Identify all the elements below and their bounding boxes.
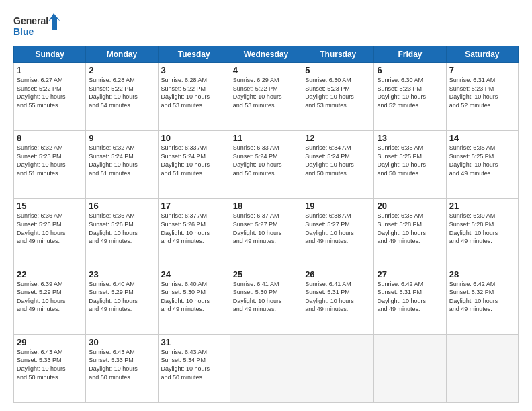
day-number: 31 [161,337,227,347]
day-info: Sunrise: 6:28 AMSunset: 5:22 PMDaylight:… [161,76,227,109]
day-number: 13 [377,133,443,143]
dow-header-tuesday: Tuesday [158,46,230,63]
day-number: 14 [449,133,515,143]
calendar-cell: 13 Sunrise: 6:35 AMSunset: 5:25 PMDaylig… [374,131,446,199]
calendar-cell: 25 Sunrise: 6:41 AMSunset: 5:30 PMDaylig… [230,267,302,334]
dow-header-friday: Friday [374,46,446,63]
day-info: Sunrise: 6:29 AMSunset: 5:22 PMDaylight:… [233,76,299,109]
calendar-cell: 4 Sunrise: 6:29 AMSunset: 5:22 PMDayligh… [230,63,302,131]
dow-header-monday: Monday [86,46,158,63]
calendar-cell: 26 Sunrise: 6:41 AMSunset: 5:31 PMDaylig… [302,267,374,334]
svg-text:General: General [13,15,48,26]
calendar-cell: 22 Sunrise: 6:39 AMSunset: 5:29 PMDaylig… [14,267,86,334]
calendar-week-4: 22 Sunrise: 6:39 AMSunset: 5:29 PMDaylig… [14,267,519,334]
day-of-week-header: SundayMondayTuesdayWednesdayThursdayFrid… [14,46,519,63]
svg-marker-2 [48,13,60,30]
calendar-cell: 7 Sunrise: 6:31 AMSunset: 5:23 PMDayligh… [446,63,518,131]
calendar-cell: 23 Sunrise: 6:40 AMSunset: 5:29 PMDaylig… [86,267,158,334]
calendar-body: 1 Sunrise: 6:27 AMSunset: 5:22 PMDayligh… [14,63,519,403]
day-info: Sunrise: 6:36 AMSunset: 5:26 PMDaylight:… [89,212,154,245]
day-number: 23 [89,269,154,279]
svg-text:Blue: Blue [13,26,34,37]
day-number: 19 [305,201,371,211]
calendar-week-1: 1 Sunrise: 6:27 AMSunset: 5:22 PMDayligh… [14,63,519,131]
day-number: 5 [305,65,371,75]
dow-header-saturday: Saturday [446,46,518,63]
day-info: Sunrise: 6:42 AMSunset: 5:32 PMDaylight:… [449,280,515,314]
day-info: Sunrise: 6:30 AMSunset: 5:23 PMDaylight:… [305,76,371,109]
day-info: Sunrise: 6:43 AMSunset: 5:33 PMDaylight:… [89,348,154,381]
calendar-cell [230,334,302,402]
day-number: 30 [89,337,154,347]
day-number: 15 [17,201,83,211]
calendar-cell: 17 Sunrise: 6:37 AMSunset: 5:26 PMDaylig… [158,199,230,267]
day-info: Sunrise: 6:43 AMSunset: 5:33 PMDaylight:… [17,348,83,381]
calendar-cell: 12 Sunrise: 6:34 AMSunset: 5:24 PMDaylig… [302,131,374,199]
day-number: 12 [305,133,371,143]
day-info: Sunrise: 6:43 AMSunset: 5:34 PMDaylight:… [161,348,227,381]
day-number: 9 [89,133,154,143]
day-info: Sunrise: 6:40 AMSunset: 5:29 PMDaylight:… [89,280,154,314]
day-number: 20 [377,201,443,211]
calendar-cell: 24 Sunrise: 6:40 AMSunset: 5:30 PMDaylig… [158,267,230,334]
day-info: Sunrise: 6:34 AMSunset: 5:24 PMDaylight:… [305,144,371,177]
calendar-cell: 6 Sunrise: 6:30 AMSunset: 5:23 PMDayligh… [374,63,446,131]
day-number: 11 [233,133,299,143]
day-number: 7 [449,65,515,75]
day-number: 16 [89,201,154,211]
day-number: 22 [17,269,83,279]
day-number: 21 [449,201,515,211]
day-info: Sunrise: 6:27 AMSunset: 5:22 PMDaylight:… [17,76,83,109]
calendar-cell: 2 Sunrise: 6:28 AMSunset: 5:22 PMDayligh… [86,63,158,131]
header: General Blue [13,11,519,40]
day-info: Sunrise: 6:31 AMSunset: 5:23 PMDaylight:… [449,76,515,109]
day-number: 8 [17,133,83,143]
dow-header-thursday: Thursday [302,46,374,63]
calendar-cell: 31 Sunrise: 6:43 AMSunset: 5:34 PMDaylig… [158,334,230,402]
calendar-cell: 10 Sunrise: 6:33 AMSunset: 5:24 PMDaylig… [158,131,230,199]
day-info: Sunrise: 6:33 AMSunset: 5:24 PMDaylight:… [233,144,299,177]
day-number: 26 [305,269,371,279]
calendar-cell: 30 Sunrise: 6:43 AMSunset: 5:33 PMDaylig… [86,334,158,402]
calendar-table: SundayMondayTuesdayWednesdayThursdayFrid… [13,46,519,403]
day-number: 3 [161,65,227,75]
calendar-cell: 9 Sunrise: 6:32 AMSunset: 5:24 PMDayligh… [86,131,158,199]
day-number: 24 [161,269,227,279]
day-number: 27 [377,269,443,279]
calendar-cell: 20 Sunrise: 6:38 AMSunset: 5:28 PMDaylig… [374,199,446,267]
calendar-cell: 27 Sunrise: 6:42 AMSunset: 5:31 PMDaylig… [374,267,446,334]
day-number: 10 [161,133,227,143]
day-info: Sunrise: 6:32 AMSunset: 5:23 PMDaylight:… [17,144,83,177]
day-info: Sunrise: 6:32 AMSunset: 5:24 PMDaylight:… [89,144,154,177]
day-info: Sunrise: 6:39 AMSunset: 5:29 PMDaylight:… [17,280,83,314]
calendar-week-5: 29 Sunrise: 6:43 AMSunset: 5:33 PMDaylig… [14,334,519,402]
calendar-cell: 8 Sunrise: 6:32 AMSunset: 5:23 PMDayligh… [14,131,86,199]
dow-header-wednesday: Wednesday [230,46,302,63]
day-number: 1 [17,65,83,75]
day-info: Sunrise: 6:30 AMSunset: 5:23 PMDaylight:… [377,76,443,109]
day-number: 25 [233,269,299,279]
calendar-week-2: 8 Sunrise: 6:32 AMSunset: 5:23 PMDayligh… [14,131,519,199]
day-number: 28 [449,269,515,279]
page: General Blue SundayMondayTuesdayWednesda… [0,0,532,411]
day-info: Sunrise: 6:41 AMSunset: 5:30 PMDaylight:… [233,280,299,314]
calendar-cell: 11 Sunrise: 6:33 AMSunset: 5:24 PMDaylig… [230,131,302,199]
day-info: Sunrise: 6:35 AMSunset: 5:25 PMDaylight:… [377,144,443,177]
day-info: Sunrise: 6:39 AMSunset: 5:28 PMDaylight:… [449,212,515,245]
calendar-cell: 28 Sunrise: 6:42 AMSunset: 5:32 PMDaylig… [446,267,518,334]
logo: General Blue [13,11,60,40]
calendar-cell: 15 Sunrise: 6:36 AMSunset: 5:26 PMDaylig… [14,199,86,267]
day-number: 2 [89,65,154,75]
day-info: Sunrise: 6:41 AMSunset: 5:31 PMDaylight:… [305,280,371,314]
day-number: 29 [17,337,83,347]
calendar-cell [446,334,518,402]
day-info: Sunrise: 6:33 AMSunset: 5:24 PMDaylight:… [161,144,227,177]
day-info: Sunrise: 6:28 AMSunset: 5:22 PMDaylight:… [89,76,154,109]
calendar-cell: 3 Sunrise: 6:28 AMSunset: 5:22 PMDayligh… [158,63,230,131]
calendar-cell: 29 Sunrise: 6:43 AMSunset: 5:33 PMDaylig… [14,334,86,402]
calendar-cell [374,334,446,402]
day-info: Sunrise: 6:40 AMSunset: 5:30 PMDaylight:… [161,280,227,314]
day-info: Sunrise: 6:42 AMSunset: 5:31 PMDaylight:… [377,280,443,314]
dow-header-sunday: Sunday [14,46,86,63]
calendar-cell: 5 Sunrise: 6:30 AMSunset: 5:23 PMDayligh… [302,63,374,131]
